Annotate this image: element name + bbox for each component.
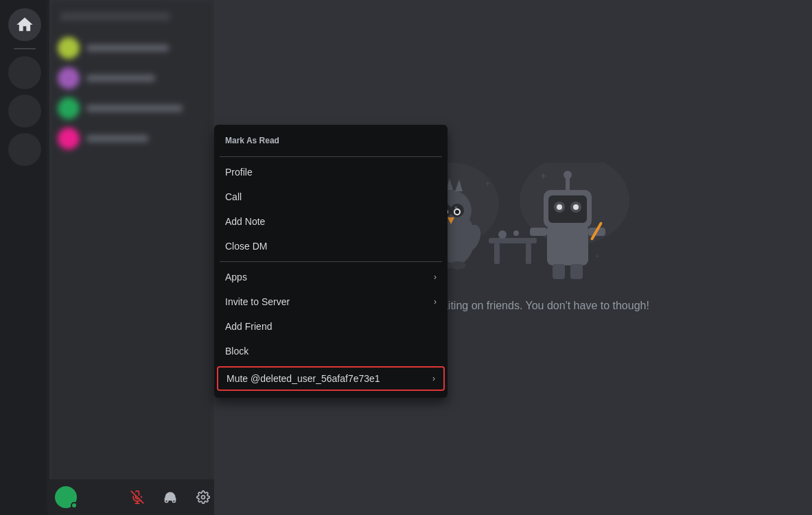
avatar (58, 37, 80, 59)
svg-rect-27 (548, 195, 587, 223)
menu-item-profile[interactable]: Profile (217, 160, 445, 184)
svg-rect-20 (489, 238, 537, 243)
headphone-button[interactable] (159, 486, 181, 508)
menu-item-invite-to-server[interactable]: Invite to Server › (217, 289, 445, 314)
svg-text:+: + (485, 179, 490, 189)
svg-rect-37 (553, 264, 565, 279)
menu-item-mute[interactable]: Mute @deleted_user_56afaf7e73e1 › (217, 366, 445, 391)
menu-separator-2 (220, 261, 442, 262)
menu-item-call[interactable]: Call (217, 184, 445, 209)
svg-text:×: × (454, 204, 458, 211)
svg-rect-38 (570, 264, 583, 279)
svg-rect-21 (494, 243, 500, 264)
chevron-right-icon: › (432, 374, 435, 383)
server-icon-2[interactable] (8, 95, 41, 128)
menu-item-mark-as-read[interactable]: Mark As Read (217, 129, 445, 154)
user-avatar (55, 486, 77, 508)
chevron-right-icon: › (434, 272, 437, 282)
svg-text:+: + (540, 170, 546, 182)
avatar (58, 67, 80, 89)
svg-rect-25 (547, 224, 588, 265)
svg-rect-22 (526, 243, 531, 264)
svg-rect-34 (530, 228, 547, 236)
dm-item (49, 63, 214, 93)
svg-point-45 (202, 496, 205, 499)
svg-point-31 (573, 204, 579, 210)
dm-item (49, 123, 214, 154)
menu-item-block[interactable]: Block (217, 339, 445, 363)
dm-item (49, 33, 214, 63)
online-status-dot (71, 502, 78, 509)
svg-text:+: + (595, 252, 599, 260)
bottom-bar (49, 479, 214, 515)
menu-separator (220, 156, 442, 157)
svg-point-19 (450, 261, 466, 270)
avatar (58, 128, 80, 149)
menu-item-add-note[interactable]: Add Note (217, 209, 445, 234)
menu-item-apps[interactable]: Apps › (217, 265, 445, 289)
menu-item-add-friend[interactable]: Add Friend (217, 314, 445, 339)
svg-point-24 (513, 230, 519, 236)
svg-point-33 (564, 171, 572, 179)
settings-button[interactable] (192, 486, 214, 508)
chevron-right-icon: › (434, 297, 437, 307)
server-sidebar (0, 0, 49, 515)
dm-panel (49, 0, 214, 515)
avatar (58, 97, 80, 119)
server-icon-3[interactable] (8, 133, 41, 166)
svg-point-23 (498, 230, 507, 239)
menu-item-close-dm[interactable]: Close DM (217, 234, 445, 259)
server-icon-home[interactable] (8, 8, 41, 41)
svg-point-30 (557, 204, 562, 210)
context-menu: Mark As Read Profile Call Add Note Close… (214, 125, 448, 398)
server-icon-1[interactable] (8, 56, 41, 89)
mute-button[interactable] (126, 486, 148, 508)
dm-item (49, 93, 214, 123)
